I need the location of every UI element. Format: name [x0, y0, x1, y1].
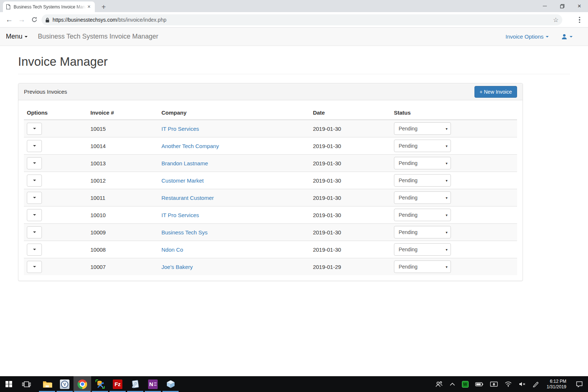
title-divider [18, 74, 570, 74]
company-link[interactable]: IT Pro Services [161, 126, 199, 132]
bookmark-star-icon[interactable]: ☆ [553, 16, 559, 24]
invoice-date: 2019-01-30 [313, 177, 341, 184]
status-select[interactable]: Pending ▾ [394, 226, 451, 238]
taskbar-app-onenote[interactable]: N [144, 376, 162, 392]
row-options-dropdown-button[interactable] [27, 192, 42, 204]
minimize-button[interactable] [536, 0, 553, 12]
status-select[interactable]: Pending ▾ [394, 191, 451, 204]
volume-button[interactable] [515, 376, 529, 392]
status-cell: Pending ▾ [391, 206, 517, 224]
cast-display-button[interactable] [487, 376, 501, 392]
company-link[interactable]: Customer Market [161, 177, 204, 184]
row-options-dropdown-button[interactable] [27, 157, 42, 169]
browser-tab[interactable]: Business Tech Systems Invoice Manager ✕ [3, 1, 95, 12]
company-link[interactable]: Brandon Lastname [161, 160, 208, 166]
pen-button[interactable] [529, 376, 542, 392]
company-link[interactable]: Another Tech Company [161, 143, 219, 149]
options-cell [24, 137, 87, 155]
invoice-options-dropdown[interactable]: Invoice Options [506, 33, 549, 40]
taskbar-app-notepad[interactable] [126, 376, 144, 392]
select-caret-icon: ▾ [446, 179, 448, 183]
close-window-button[interactable]: ✕ [571, 0, 588, 12]
company-link[interactable]: Restaurant Customer [161, 195, 214, 201]
company-cell: IT Pro Services [158, 206, 310, 224]
tab-close-icon[interactable]: ✕ [86, 4, 92, 10]
column-header-company: Company [158, 106, 310, 120]
task-view-button[interactable] [18, 376, 35, 392]
row-options-dropdown-button[interactable] [27, 140, 42, 152]
row-options-dropdown-button[interactable] [27, 175, 42, 187]
company-link[interactable]: Ndon Co [161, 247, 183, 253]
company-cell: Customer Market [158, 172, 310, 189]
chrome-icon [78, 380, 87, 389]
company-link[interactable]: Business Tech Sys [161, 229, 208, 235]
select-caret-icon: ▾ [446, 230, 448, 234]
refresh-icon [31, 17, 37, 23]
company-cell: Joe's Bakery [158, 258, 310, 276]
task-view-icon [22, 381, 31, 388]
date-cell: 2019-01-30 [310, 189, 391, 206]
taskbar-app-file-explorer[interactable] [38, 376, 56, 392]
webpage: Menu Business Tech Systems Invoice Manag… [0, 28, 588, 376]
new-invoice-button[interactable]: + New Invoice [474, 86, 517, 98]
table-header-row: Options Invoice # Company Date Status [24, 106, 517, 120]
start-button[interactable] [0, 376, 18, 392]
refresh-button[interactable] [28, 14, 40, 26]
status-select[interactable]: Pending ▾ [394, 243, 451, 256]
taskbar-app-virtualbox[interactable] [162, 376, 179, 392]
invoice-number-cell: 10014 [87, 137, 158, 155]
invoice-number-cell: 10011 [87, 189, 158, 206]
back-button[interactable]: ← [3, 14, 15, 26]
status-select[interactable]: Pending ▾ [394, 157, 451, 169]
menu-dropdown[interactable]: Menu [6, 33, 28, 40]
wifi-button[interactable] [501, 376, 515, 392]
url-host: https://businesstechsys.com [53, 17, 117, 23]
company-link[interactable]: IT Pro Services [161, 212, 199, 218]
address-bar[interactable]: https://businesstechsys.com/bts/invoice/… [42, 14, 562, 25]
status-select[interactable]: Pending ▾ [394, 174, 451, 187]
select-caret-icon: ▾ [446, 144, 448, 148]
caret-down-icon [33, 145, 36, 147]
status-select[interactable]: Pending ▾ [394, 209, 451, 221]
status-select[interactable]: Pending ▾ [394, 140, 451, 152]
status-cell: Pending ▾ [391, 137, 517, 155]
page-favicon-icon [6, 4, 11, 10]
battery-button[interactable] [472, 376, 487, 392]
date-cell: 2019-01-30 [310, 155, 391, 172]
status-select[interactable]: Pending ▾ [394, 122, 451, 135]
browser-menu-button[interactable] [574, 14, 585, 25]
user-account-dropdown[interactable] [561, 33, 573, 40]
company-cell: IT Pro Services [158, 120, 310, 137]
taskbar-app-filezilla[interactable]: Fz [109, 376, 126, 392]
options-cell [24, 155, 87, 172]
restore-button[interactable] [553, 0, 571, 12]
action-center-button[interactable] [571, 376, 588, 392]
table-row: 10012 Customer Market 2019-01-30 Pending… [24, 172, 517, 189]
status-cell: Pending ▾ [391, 172, 517, 189]
new-tab-button[interactable]: + [98, 2, 109, 12]
w-tray-button[interactable]: W [459, 376, 472, 392]
company-link[interactable]: Joe's Bakery [161, 264, 193, 270]
row-options-dropdown-button[interactable] [27, 209, 42, 221]
row-options-dropdown-button[interactable] [27, 123, 42, 135]
people-button[interactable] [431, 376, 446, 392]
invoice-number: 10012 [90, 177, 106, 184]
row-options-dropdown-button[interactable] [27, 244, 42, 256]
forward-button[interactable]: → [15, 14, 28, 26]
v-circle-app-icon: V [60, 380, 69, 389]
status-select[interactable]: Pending ▾ [394, 260, 451, 273]
caret-down-icon [33, 266, 36, 267]
taskbar-app-v-circle[interactable]: V [56, 376, 74, 392]
caret-down-icon [33, 180, 36, 181]
desktop-screen: Business Tech Systems Invoice Manager ✕ … [0, 0, 588, 392]
options-cell [24, 241, 87, 258]
people-icon [435, 381, 443, 388]
taskbar-app-chrome[interactable] [74, 376, 91, 392]
show-hidden-icons-button[interactable] [446, 376, 459, 392]
taskbar-clock[interactable]: 6:12 PM 1/31/2019 [542, 376, 571, 392]
taskbar-app-database-tools[interactable] [91, 376, 109, 392]
column-header-invoice: Invoice # [87, 106, 158, 120]
options-cell [24, 120, 87, 137]
row-options-dropdown-button[interactable] [27, 226, 42, 238]
row-options-dropdown-button[interactable] [27, 261, 42, 273]
